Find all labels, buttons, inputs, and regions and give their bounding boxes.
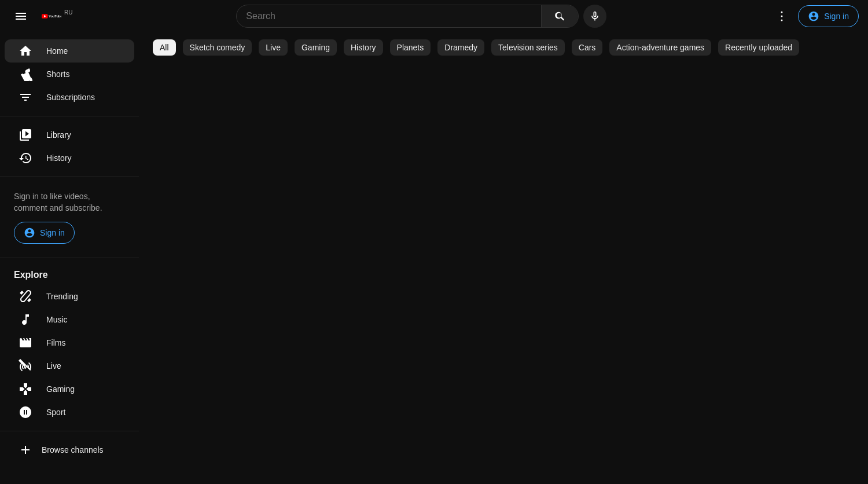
filter-chips: AllSketch comedyLiveGamingHistoryPlanets…	[139, 32, 868, 63]
more-options-button[interactable]	[770, 5, 793, 28]
sign-in-button-header[interactable]: Sign in	[798, 5, 859, 27]
filter-chip-gaming[interactable]: Gaming	[295, 39, 337, 56]
header-right: Sign in	[770, 5, 859, 28]
sidebar-item-label-trending: Trending	[46, 292, 78, 301]
library-icon	[19, 128, 32, 142]
gaming-icon	[19, 382, 32, 396]
sidebar-item-label-gaming: Gaming	[46, 384, 75, 394]
sidebar-item-home[interactable]: Home	[5, 39, 134, 63]
header-left: YouTube RU	[9, 5, 72, 28]
browse-channels-label: Browse channels	[42, 445, 104, 454]
header: YouTube RU	[0, 0, 868, 32]
sidebar-item-label-home: Home	[46, 46, 68, 56]
search-bar	[236, 5, 579, 28]
search-area	[236, 5, 606, 28]
svg-point-5	[781, 20, 783, 21]
live-icon	[19, 359, 32, 373]
sidebar-item-label-library: Library	[46, 130, 71, 140]
sign-in-btn-label: Sign in	[40, 228, 65, 237]
filter-chip-all[interactable]: All	[153, 39, 176, 56]
svg-point-3	[781, 12, 783, 13]
search-input[interactable]	[237, 11, 541, 21]
logo[interactable]: YouTube RU	[42, 9, 72, 23]
locale-badge: RU	[64, 9, 72, 16]
main-content: AllSketch comedyLiveGamingHistoryPlanets…	[139, 32, 868, 484]
explore-section-header: Explore	[0, 265, 139, 285]
sidebar-item-trending[interactable]: Trending	[5, 285, 134, 308]
sidebar-item-films[interactable]: Films	[5, 331, 134, 354]
sidebar-item-library[interactable]: Library	[5, 123, 134, 146]
filter-chip-action-adventure-games[interactable]: Action-adventure games	[609, 39, 711, 56]
history-icon	[19, 151, 32, 165]
sign-in-section: Sign in to like videos, comment and subs…	[0, 184, 139, 251]
browse-channels-item[interactable]: Browse channels	[5, 438, 134, 461]
sidebar-item-label-history: History	[46, 153, 72, 163]
sport-icon	[19, 405, 32, 419]
films-icon	[19, 336, 32, 350]
sidebar-item-label-live: Live	[46, 361, 61, 371]
search-button[interactable]	[541, 5, 578, 28]
sidebar-divider-1	[0, 116, 139, 116]
sidebar-item-label-music: Music	[46, 315, 68, 324]
sidebar-item-music[interactable]: Music	[5, 308, 134, 331]
sidebar-item-subscriptions[interactable]: Subscriptions	[5, 86, 134, 109]
sidebar-divider-2	[0, 177, 139, 177]
youtube-logo: YouTube	[42, 9, 61, 23]
sidebar-divider-4	[0, 431, 139, 431]
filter-chip-recently-uploaded[interactable]: Recently uploaded	[718, 39, 799, 56]
sidebar-item-label-subscriptions: Subscriptions	[46, 93, 95, 102]
filter-chip-planets[interactable]: Planets	[390, 39, 431, 56]
filter-chip-history[interactable]: History	[344, 39, 383, 56]
home-icon	[19, 44, 32, 58]
sidebar-item-label-sport: Sport	[46, 408, 65, 417]
sidebar: Home Shorts Subscriptions Library	[0, 32, 139, 484]
mic-button[interactable]	[583, 5, 606, 28]
sidebar-item-label-shorts: Shorts	[46, 69, 69, 79]
menu-button[interactable]	[9, 5, 32, 28]
sign-in-label-header: Sign in	[824, 12, 849, 21]
sidebar-divider-3	[0, 258, 139, 258]
sidebar-item-gaming[interactable]: Gaming	[5, 377, 134, 401]
sidebar-item-sport[interactable]: Sport	[5, 401, 134, 424]
filter-chip-cars[interactable]: Cars	[572, 39, 603, 56]
subscriptions-icon	[19, 90, 32, 104]
filter-chip-television-series[interactable]: Television series	[491, 39, 565, 56]
sidebar-item-label-films: Films	[46, 338, 65, 347]
filter-chip-sketch-comedy[interactable]: Sketch comedy	[183, 39, 252, 56]
sidebar-item-history[interactable]: History	[5, 146, 134, 170]
trending-icon	[19, 289, 32, 303]
sidebar-item-live[interactable]: Live	[5, 354, 134, 377]
filter-chip-dramedy[interactable]: Dramedy	[437, 39, 484, 56]
sign-in-button-sidebar[interactable]: Sign in	[14, 222, 75, 244]
sidebar-item-shorts[interactable]: Shorts	[5, 63, 134, 86]
plus-icon	[19, 443, 32, 457]
filter-chip-live[interactable]: Live	[259, 39, 288, 56]
music-icon	[19, 313, 32, 327]
svg-text:YouTube: YouTube	[49, 14, 61, 18]
sign-in-prompt: Sign in to like videos, comment and subs…	[14, 191, 125, 214]
svg-point-4	[781, 16, 783, 17]
shorts-icon	[19, 67, 32, 81]
